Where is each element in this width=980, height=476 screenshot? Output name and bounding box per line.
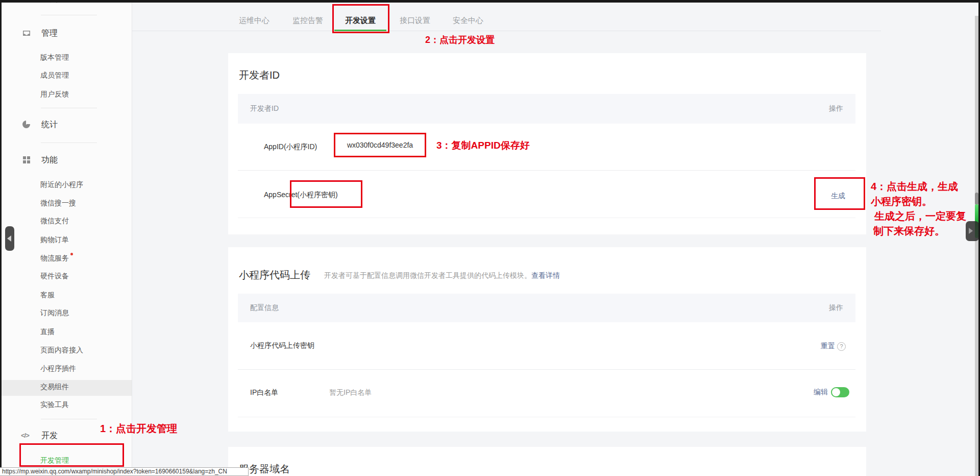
grid-icon [22,156,31,164]
tabbar-border [132,31,881,31]
code-upload-title: 小程序代码上传 [239,268,310,282]
window-frame-left [0,0,2,476]
triangle-right-icon [969,228,973,234]
sidebar-item-nearby-miniprogram[interactable]: 附近的小程序 [40,180,83,189]
row-divider [238,417,855,417]
sidebar-item-experiment-tools[interactable]: 实验工具 [40,400,69,410]
row-divider [238,218,855,218]
ip-whitelist-value: 暂无IP白名单 [329,388,372,397]
triangle-left-icon [7,235,11,242]
sidebar-item-miniprogram-plugin[interactable]: 小程序插件 [40,364,76,373]
config-table-header: 配置信息 操作 [238,294,855,322]
sidebar-item-manage[interactable]: 管理 [41,28,58,39]
sidebar: 首页 管理 版本管理 成员管理 用户反馈 统计 功能 附近的小程序 微信搜一搜 … [2,0,132,476]
sidebar-item-features[interactable]: 功能 [41,155,58,165]
sidebar-item-subscribe-message[interactable]: 订阅消息 [40,308,69,318]
col-header-operation: 操作 [829,303,843,313]
row-divider [238,369,855,370]
annotation-box-appid-value [334,133,426,157]
tab-ops-center[interactable]: 运维中心 [236,16,272,26]
sidebar-divider [41,142,97,143]
sidebar-item-statistics[interactable]: 统计 [41,120,58,130]
sidebar-item-version-manage[interactable]: 版本管理 [40,53,69,62]
server-domain-card: 服务器域名 [228,447,866,476]
panel-expand-button[interactable] [966,221,979,241]
sidebar-item-shopping-orders[interactable]: 购物订单 [40,235,69,245]
annotation-step4-line2: 小程序密钥。 [871,194,966,209]
annotation-step1: 1：点击开发管理 [100,422,177,436]
annotation-step4: 4：点击生成，生成 小程序密钥。 生成之后，一定要复 制下来保存好。 [871,179,966,239]
tab-monitor-alert[interactable]: 监控告警 [290,16,326,26]
sidebar-item-live[interactable]: 直播 [40,327,55,337]
annotation-box-appsecret [290,180,362,208]
code-icon: </> [21,432,29,439]
sidebar-item-logistics-service[interactable]: 物流服务 [40,254,69,263]
pie-chart-icon [22,121,30,128]
code-upload-subtitle: 开发者可基于配置信息调用微信开发者工具提供的代码上传模块。 [324,271,531,280]
sidebar-item-page-content-access[interactable]: 页面内容接入 [40,346,83,355]
annotation-box-generate [814,177,865,210]
help-icon[interactable]: ? [837,342,846,351]
tab-security-center[interactable]: 安全中心 [450,16,486,26]
reset-key-button[interactable]: 重置 [821,342,835,351]
sidebar-divider [41,108,97,108]
row-divider [238,170,855,171]
developer-id-title: 开发者ID [239,68,280,82]
annotation-box-dev-settings-tab [332,4,389,33]
ip-whitelist-label: IP白名单 [250,388,278,397]
sidebar-item-customer-service[interactable]: 客服 [40,291,55,300]
col-header-config-info: 配置信息 [250,303,279,313]
sidebar-divider [41,419,97,419]
col-header-operation: 操作 [829,104,843,113]
scrollbar-thumb[interactable] [975,193,978,205]
sidebar-item-wechat-search[interactable]: 微信搜一搜 [40,199,76,208]
wechat-miniprogram-console: 首页 管理 版本管理 成员管理 用户反馈 统计 功能 附近的小程序 微信搜一搜 … [0,0,980,476]
sidebar-item-wechat-pay[interactable]: 微信支付 [40,217,69,226]
sidebar-item-trade-component[interactable]: 交易组件 [40,383,69,392]
annotation-step2: 2：点击开发设置 [425,34,495,46]
code-upload-card: 小程序代码上传 开发者可基于配置信息调用微信开发者工具提供的代码上传模块。 查看… [228,247,866,432]
new-badge-dot [70,253,73,255]
edit-ip-whitelist-button[interactable]: 编辑 [814,388,828,397]
sidebar-divider [41,15,97,15]
developer-id-table-header: 开发者ID 操作 [238,94,855,124]
annotation-box-develop-manage [19,443,124,467]
tab-api-settings[interactable]: 接口设置 [397,16,433,26]
sidebar-item-hardware-device[interactable]: 硬件设备 [40,272,69,281]
sidebar-collapse-button[interactable] [5,226,14,251]
col-header-developer-id: 开发者ID [250,104,279,113]
annotation-step4-line4: 制下来保存好。 [871,224,966,239]
annotation-step4-line1: 4：点击生成，生成 [871,179,966,194]
toggle-knob [832,388,840,396]
status-bar-url: https://mp.weixin.qq.com/wxamp/minishop/… [0,467,249,476]
annotation-step4-line3: 生成之后，一定要复 [871,209,966,224]
sidebar-item-develop[interactable]: 开发 [41,431,58,441]
ip-whitelist-toggle[interactable] [831,387,849,397]
annotation-step3: 3：复制APPID保存好 [436,139,530,152]
view-details-link[interactable]: 查看详情 [531,271,560,280]
scrollbar-track[interactable] [975,16,978,476]
tray-icon [22,29,31,37]
appid-label: AppID(小程序ID) [264,142,317,152]
sidebar-item-user-feedback[interactable]: 用户反馈 [40,90,69,99]
window-frame-top [0,0,980,3]
sidebar-item-member-manage[interactable]: 成员管理 [40,71,69,80]
upload-key-label: 小程序代码上传密钥 [250,341,314,350]
